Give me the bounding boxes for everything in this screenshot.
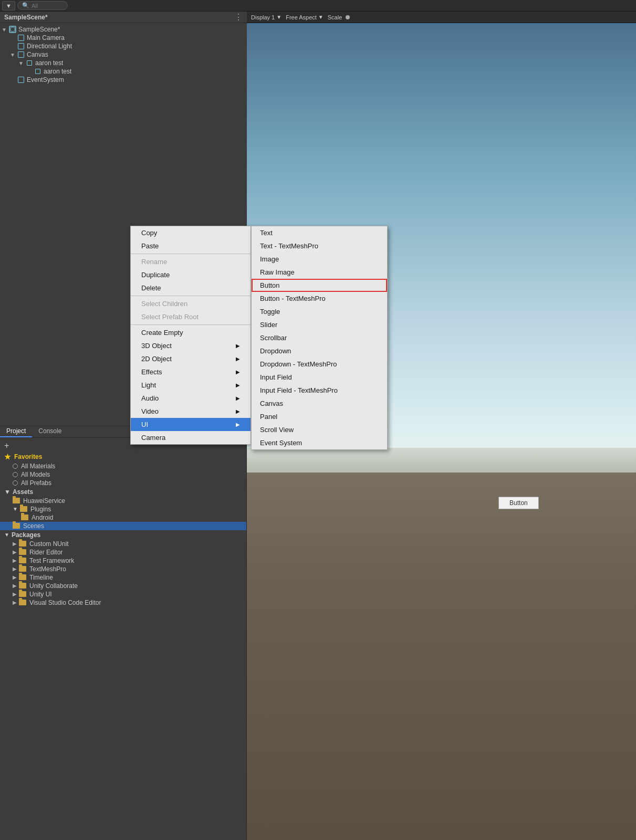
display-dropdown[interactable]: Display 1 ▼ [251, 14, 281, 20]
menu-item-delete[interactable]: Delete [131, 281, 251, 295]
menu-item-effects[interactable]: Effects ▶ [131, 365, 251, 379]
folder-customnunit[interactable]: ▶ Custom NUnit [0, 540, 246, 548]
folder-huaweiservice[interactable]: HuaweiService [0, 497, 246, 505]
menu-separator-1 [131, 254, 251, 254]
project-panel: Project Console + ★ Favorites All Materi… [0, 426, 247, 841]
submenu-slider[interactable]: Slider [252, 318, 387, 331]
folder-icon [20, 506, 27, 512]
menu-item-paste[interactable]: Paste [131, 239, 251, 253]
search-circle-icon [13, 480, 18, 486]
submenu-canvas[interactable]: Canvas [252, 397, 387, 410]
hierarchy-title: SampleScene* [4, 14, 48, 21]
arrow-aarontest1: ▼ [17, 60, 25, 66]
hierarchy-item-aarontest2[interactable]: aaron test [0, 67, 247, 76]
menu-item-rename: Rename [131, 255, 251, 268]
folder-vscodeeditor[interactable]: ▶ Visual Studio Code Editor [0, 598, 246, 607]
plus-icon: + [4, 441, 9, 450]
menu-item-select-prefab-root: Select Prefab Root [131, 310, 251, 323]
folder-testframework[interactable]: ▶ Test Framework [0, 556, 246, 565]
android-label: Android [32, 514, 53, 521]
tab-console[interactable]: Console [32, 426, 68, 437]
submenu-raw-image[interactable]: Raw Image [252, 266, 387, 279]
dirlight-label: Directional Light [27, 43, 72, 50]
search-bar[interactable]: 🔍 [17, 1, 68, 10]
game-button-widget[interactable]: Button [498, 497, 539, 509]
packages-arrow: ▼ [4, 532, 9, 538]
packages-header[interactable]: ▼ Packages [0, 530, 246, 540]
submenu-input-field[interactable]: Input Field [252, 371, 387, 384]
hierarchy-item-eventsystem[interactable]: EventSystem [0, 76, 247, 84]
top-bar: ▼ 🔍 [0, 0, 636, 12]
hierarchy-item-directionallight[interactable]: Directional Light [0, 42, 247, 50]
menu-item-create-empty[interactable]: Create Empty [131, 326, 251, 339]
display-label: Display 1 [251, 14, 275, 20]
folder-ridereditor[interactable]: ▶ Rider Editor [0, 548, 246, 556]
submenu-toggle[interactable]: Toggle [252, 305, 387, 318]
menu-item-3d-object[interactable]: 3D Object ▶ [131, 339, 251, 352]
menu-separator-2 [131, 296, 251, 296]
arrow-2d: ▶ [236, 356, 240, 362]
expand-arrow: ▶ [13, 558, 17, 563]
menu-item-light[interactable]: Light ▶ [131, 379, 251, 392]
eventsystem-label: EventSystem [27, 76, 64, 83]
submenu-button[interactable]: Button [252, 279, 387, 292]
submenu-event-system[interactable]: Event System [252, 436, 387, 449]
folder-plugins[interactable]: ▼ Plugins [0, 505, 246, 513]
submenu-text-tmp[interactable]: Text - TextMeshPro [252, 239, 387, 253]
submenu-dropdown[interactable]: Dropdown [252, 344, 387, 358]
menu-item-ui[interactable]: UI ▶ [131, 418, 251, 431]
hierarchy-item-maincamera[interactable]: Main Camera [0, 34, 247, 42]
submenu-text[interactable]: Text [252, 226, 387, 239]
all-models-label: All Models [21, 471, 50, 478]
folder-unitycollaborate[interactable]: ▶ Unity Collaborate [0, 582, 246, 590]
star-icon: ★ [4, 453, 11, 461]
folder-icon [19, 558, 26, 563]
favorite-all-prefabs[interactable]: All Prefabs [0, 479, 246, 487]
folder-icon [21, 514, 28, 520]
menu-item-2d-object[interactable]: 2D Object ▶ [131, 352, 251, 365]
scene-label: SampleScene* [18, 26, 60, 33]
folder-android[interactable]: Android [0, 513, 246, 522]
search-input[interactable] [32, 3, 63, 9]
submenu-dropdown-tmp[interactable]: Dropdown - TextMeshPro [252, 358, 387, 371]
hierarchy-item-samplescene[interactable]: ▼ SampleScene* [0, 25, 247, 34]
folder-unityui[interactable]: ▶ Unity UI [0, 590, 246, 598]
dropdown-btn[interactable]: ▼ [2, 1, 15, 10]
menu-item-camera[interactable]: Camera [131, 431, 251, 444]
assets-arrow: ▼ [4, 488, 11, 496]
submenu-panel[interactable]: Panel [252, 410, 387, 423]
testframework-label: Test Framework [29, 557, 74, 564]
tab-project[interactable]: Project [0, 426, 32, 437]
folder-scenes[interactable]: Scenes [0, 522, 246, 530]
submenu-image[interactable]: Image [252, 253, 387, 266]
project-content: + ★ Favorites All Materials All Models [0, 438, 246, 841]
submenu-scroll-view[interactable]: Scroll View [252, 423, 387, 436]
submenu-scrollbar[interactable]: Scrollbar [252, 331, 387, 344]
expand-arrow: ▶ [13, 591, 17, 597]
maincamera-label: Main Camera [27, 34, 65, 41]
favorites-header[interactable]: ★ Favorites [0, 452, 246, 462]
menu-item-audio[interactable]: Audio ▶ [131, 392, 251, 405]
menu-item-video[interactable]: Video ▶ [131, 405, 251, 418]
scale-control[interactable]: Scale [328, 14, 350, 20]
textmeshpro-label: TextMeshPro [29, 565, 66, 573]
all-materials-label: All Materials [21, 463, 55, 470]
hierarchy-item-canvas[interactable]: ▼ Canvas [0, 50, 247, 59]
favorite-all-materials[interactable]: All Materials [0, 462, 246, 470]
submenu-input-field-tmp[interactable]: Input Field - TextMeshPro [252, 384, 387, 397]
expand-arrow: ▶ [13, 549, 17, 555]
favorite-all-models[interactable]: All Models [0, 470, 246, 479]
folder-timeline[interactable]: ▶ Timeline [0, 573, 246, 582]
menu-item-copy[interactable]: Copy [131, 226, 251, 239]
aspect-dropdown[interactable]: Free Aspect ▼ [286, 14, 324, 20]
ground [247, 472, 636, 840]
aarontest1-icon [25, 59, 34, 67]
scale-knob[interactable] [346, 15, 350, 19]
menu-item-duplicate[interactable]: Duplicate [131, 268, 251, 281]
submenu-button-tmp[interactable]: Button - TextMeshPro [252, 292, 387, 305]
hierarchy-dots[interactable]: ⋮ [234, 12, 243, 22]
hierarchy-item-aarontest1[interactable]: ▼ aaron test [0, 59, 247, 67]
assets-header[interactable]: ▼ Assets [0, 487, 246, 497]
folder-textmeshpro[interactable]: ▶ TextMeshPro [0, 565, 246, 573]
packages-label: Packages [12, 531, 40, 539]
